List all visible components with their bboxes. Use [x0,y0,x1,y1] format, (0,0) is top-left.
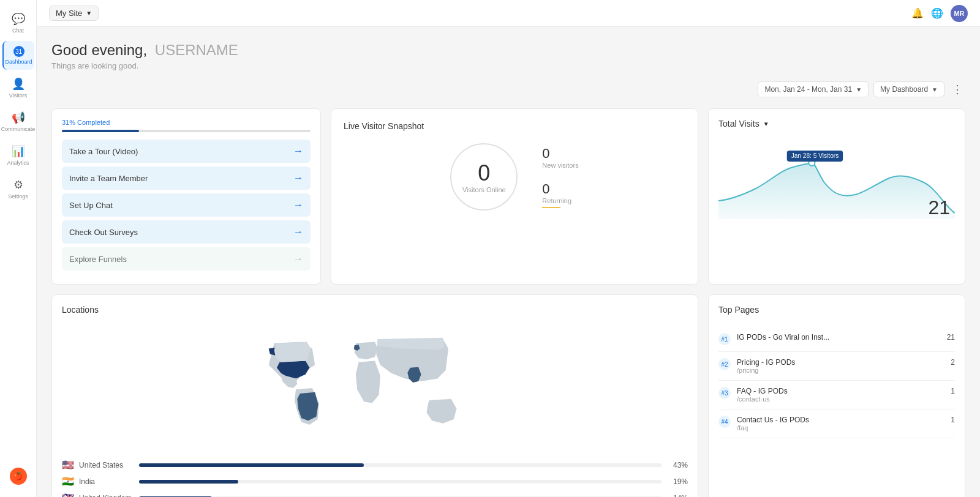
bar-container-us [139,463,662,467]
onboarding-arrow-surveys: → [293,226,303,237]
onboarding-label-funnels: Explore Funnels [69,255,127,264]
returning-bar [542,207,560,208]
onboarding-arrow-tour: → [293,146,303,157]
dashboard-badge: 31 [13,46,24,57]
sidebar-item-analytics[interactable]: 📊 Analytics [2,140,34,171]
new-visitors-count: 0 [542,146,578,162]
country-name-in: India [79,477,134,486]
live-visitor-title: Live Visitor Snapshot [344,121,685,131]
page-row-2: #2 Pricing - IG PODs /pricing 2 [718,352,955,381]
page-info-4: Contact Us - IG PODs /faq [737,416,944,432]
page-url-3: /contact-us [737,395,944,403]
topbar-right: 🔔 🌐 MR [911,5,968,22]
sidebar-item-dashboard[interactable]: 31 Dashboard [2,41,34,70]
greeting-text: Good evening, USERNAME [51,42,965,59]
country-row-gb: 🇬🇧 United Kingdom 14% [62,492,688,497]
dashboard-second-row: Locations [51,294,965,497]
visitor-circle-label: Visitors Online [462,186,506,193]
page-row-1: #1 IG PODs - Go Viral on Inst... 21 [718,327,955,352]
dashboard-chevron-icon: ▼ [932,86,938,93]
page-rank-1: #1 [718,333,731,345]
greeting-username: USERNAME [155,42,238,58]
date-range-selector[interactable]: Mon, Jan 24 - Mon, Jan 31 ▼ [758,81,869,97]
main-content: My Site ▼ 🔔 🌐 MR Good evening, USERNAME … [37,0,980,497]
dashboard-top-row: 31% Completed Take a Tour (Video) → Invi… [51,108,965,285]
page-url-2: /pricing [737,367,944,374]
onboarding-item-funnels[interactable]: Explore Funnels → [62,247,311,271]
new-visitors-label: New visitors [542,162,578,169]
page-title-3: FAQ - IG PODs [737,387,944,395]
bar-fill-in [139,480,238,484]
returning-count: 0 [542,181,578,197]
total-visits-value: 21 [928,196,950,219]
date-chevron-icon: ▼ [856,86,862,93]
visitor-circle: 0 Visitors Online [450,143,518,211]
total-visits-chart: Jan 28: 5 Visitors 21 [718,133,955,219]
country-name-gb: United Kingdom [79,494,134,498]
bar-fill-us [139,463,364,467]
onboarding-arrow-funnels: → [293,253,303,264]
page-rank-4: #4 [718,416,731,428]
sidebar-item-visitors[interactable]: 👤 Visitors [2,72,34,103]
user-avatar[interactable]: 🍎 [10,468,27,485]
progress-container: 31% Completed [62,119,311,132]
page-title-2: Pricing - IG PODs [737,358,944,367]
chart-tooltip-text: Jan 28: 5 Visitors [791,152,839,159]
top-pages-card: Top Pages #1 IG PODs - Go Viral on Inst.… [708,294,965,497]
bar-container-in [139,480,662,484]
locations-card: Locations [51,294,698,497]
greeting-subtitle: Things are looking good. [51,61,965,70]
chat-icon: 💬 [12,12,25,26]
onboarding-item-tour[interactable]: Take a Tour (Video) → [62,140,311,163]
user-avatar-top[interactable]: MR [951,5,968,22]
live-visitor-content: 0 Visitors Online 0 New visitors 0 Retur… [344,143,685,211]
onboarding-arrow-invite: → [293,173,303,184]
page-count-3: 1 [951,387,955,395]
onboarding-item-invite[interactable]: Invite a Team Member → [62,166,311,190]
onboarding-label-tour: Take a Tour (Video) [69,147,138,156]
flag-gb: 🇬🇧 [62,492,74,497]
topbar: My Site ▼ 🔔 🌐 MR [37,0,980,27]
locations-title: Locations [62,305,688,315]
notifications-icon[interactable]: 🔔 [911,7,924,19]
page-rank-3: #3 [718,387,731,399]
page-count-1: 21 [947,333,955,342]
dashboard-name-selector[interactable]: My Dashboard ▼ [873,81,944,97]
visitor-count: 0 [478,160,490,186]
sidebar-label-communicate: Communicate [1,126,36,132]
country-bars: 🇺🇸 United States 43% 🇮🇳 India 19 [62,459,688,497]
more-options-button[interactable]: ⋮ [949,80,965,99]
visitors-icon: 👤 [12,77,25,91]
onboarding-arrow-chat: → [293,200,303,211]
flag-us: 🇺🇸 [62,459,74,471]
date-range-text: Mon, Jan 24 - Mon, Jan 31 [764,85,852,94]
total-visits-title: Total Visits ▼ [718,119,955,129]
world-map-container [62,327,688,449]
sidebar-label-analytics: Analytics [7,160,29,166]
africa-shape [356,361,380,403]
world-map-svg [62,327,688,449]
sidebar-item-chat[interactable]: 💬 Chat [2,7,34,39]
total-visits-card: Total Visits ▼ [708,108,965,285]
settings-icon: ⚙ [13,178,23,192]
visitor-stats: 0 New visitors 0 Returning [542,146,578,208]
sidebar-item-communicate[interactable]: 📢 Communicate [2,106,34,137]
sidebar-item-settings[interactable]: ⚙ Settings [2,173,34,204]
site-selector[interactable]: My Site ▼ [49,6,99,21]
onboarding-label-chat: Set Up Chat [69,201,113,210]
country-row-us: 🇺🇸 United States 43% [62,459,688,471]
onboarding-item-chat[interactable]: Set Up Chat → [62,193,311,217]
country-row-in: 🇮🇳 India 19% [62,476,688,487]
chart-area-fill [718,163,955,219]
canada-shape [274,342,311,362]
sidebar: 💬 Chat 31 Dashboard 👤 Visitors 📢 Communi… [0,0,37,497]
top-pages-title: Top Pages [718,305,955,315]
page-title-1: IG PODs - Go Viral on Inst... [737,333,941,342]
progress-bar-background [62,130,311,132]
chevron-down-small-icon: ▼ [763,121,769,127]
globe-icon[interactable]: 🌐 [931,7,943,19]
country-name-us: United States [79,461,134,469]
analytics-icon: 📊 [12,144,25,158]
australia-shape [426,399,456,424]
onboarding-item-surveys[interactable]: Check Out Surveys → [62,220,311,244]
